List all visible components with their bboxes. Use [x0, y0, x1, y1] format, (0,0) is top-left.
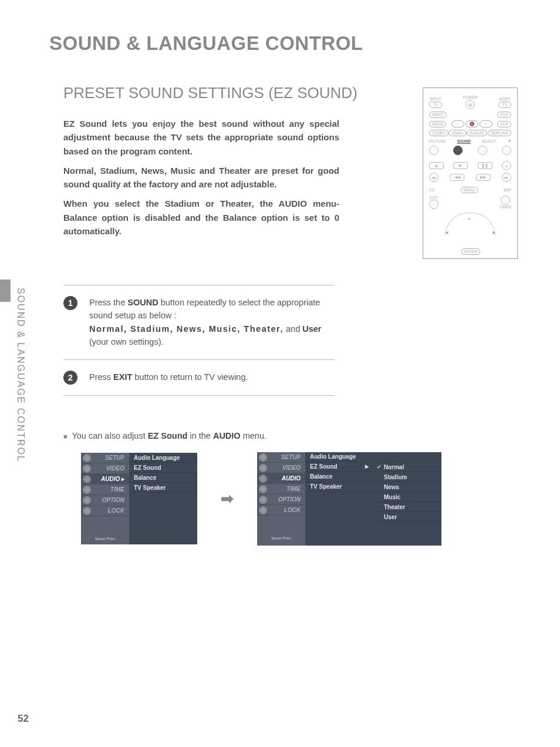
panel2-item-ez-sound[interactable]: EZ Sound▶: [305, 462, 373, 472]
pause-button[interactable]: ❚❚: [478, 162, 492, 169]
step-1: 1 Press the SOUND button repeatedly to s…: [63, 285, 335, 360]
remote-label-adjust: ADJUST: [482, 139, 497, 143]
intro-p3: When you select the Stadium or Theater, …: [63, 197, 339, 238]
page-number: 52: [18, 713, 29, 725]
intro-p1: EZ Sound lets you enjoy the best sound w…: [63, 117, 339, 158]
rew-button[interactable]: ◀◀: [450, 174, 464, 181]
step-1-body: Press the SOUND button repeatedly to sel…: [89, 296, 335, 349]
submenu-music[interactable]: Music: [373, 492, 441, 502]
ez-sound-submenu: Normal Stadium News Music Theater User: [373, 452, 441, 546]
remote-label-cc: CC: [429, 188, 434, 192]
submenu-filler: [373, 522, 441, 546]
play-button[interactable]: ▶: [453, 162, 468, 169]
osd-menu-tabs: SETUP VIDEO AUDIO ▸ TIME OPTION LOCK Mov…: [81, 453, 129, 544]
tab2-lock[interactable]: LOCK: [257, 505, 305, 516]
sound-button[interactable]: [453, 146, 463, 155]
star-button[interactable]: [502, 146, 511, 155]
remote-label-timer: TIMER: [500, 205, 511, 209]
hdmi1-button[interactable]: HDMI1: [448, 130, 466, 136]
picture-button[interactable]: [429, 146, 438, 155]
submenu-theater[interactable]: Theater: [373, 502, 441, 512]
intro-p2: Normal, Stadium, News, Music and Theater…: [63, 164, 339, 191]
tab2-option[interactable]: OPTION: [257, 494, 305, 505]
step-number-1: 1: [63, 296, 77, 310]
nav-left-icon[interactable]: ◀: [445, 230, 448, 235]
submenu-news[interactable]: News: [373, 482, 441, 492]
tab-video[interactable]: VIDEO: [81, 463, 129, 474]
panel-item-balance[interactable]: Balance: [129, 473, 197, 483]
submenu-stadium[interactable]: Stadium: [373, 472, 441, 482]
rgbpc-button[interactable]: RGB-PC: [467, 130, 487, 136]
submenu-spacer: [373, 452, 441, 462]
panel2-item-audio-language[interactable]: Audio Language: [305, 452, 373, 462]
record-button[interactable]: ●: [502, 161, 511, 170]
remote-nav-pad: ▲ ◀ ▶ ENTER: [444, 213, 497, 254]
remote-label-exit: EXIT: [430, 196, 438, 200]
menu-illustrations: SETUP VIDEO AUDIO ▸ TIME OPTION LOCK Mov…: [81, 452, 560, 546]
arrow-right-icon: ➡: [221, 490, 234, 508]
remote-label-picture: PICTURE: [429, 139, 446, 143]
tab-setup[interactable]: SETUP: [81, 453, 129, 463]
panel-item-tv-speaker[interactable]: TV Speaker: [129, 483, 197, 493]
remote-label-input: INPUT: [430, 97, 441, 101]
stop-button[interactable]: ■: [429, 162, 444, 169]
prev-button[interactable]: ⏮: [429, 173, 438, 182]
input-tv-button[interactable]: TV: [429, 102, 442, 108]
vol-up-button[interactable]: +: [480, 120, 492, 127]
step-2-body: Press EXIT button to return to TV viewin…: [89, 371, 248, 385]
next-button[interactable]: ⏭: [502, 173, 511, 182]
submenu-user[interactable]: User: [373, 512, 441, 522]
tab-time[interactable]: TIME: [81, 484, 129, 495]
remote-label-mode: MODE: [499, 97, 511, 101]
tab-audio[interactable]: AUDIO ▸: [81, 474, 129, 484]
osd-menu-after: SETUP VIDEO AUDIO TIME OPTION LOCK Move …: [257, 452, 441, 546]
osd-audio-panel-2: Audio Language EZ Sound▶ Balance TV Spea…: [305, 452, 373, 546]
sidebar-tab-marker: [0, 280, 11, 302]
panel-item-ez-sound[interactable]: EZ Sound: [129, 463, 197, 473]
remote-label-sap: SAP: [504, 188, 511, 192]
tab-option[interactable]: OPTION: [81, 495, 129, 506]
remote-illustration: INPUT TV POWER ⏻ MODE TV INPUT DVD RATIO…: [423, 88, 518, 259]
comp1-button[interactable]: COMP1: [429, 130, 448, 136]
menu-button[interactable]: MENU: [461, 187, 478, 193]
step-2: 2 Press EXIT button to return to TV view…: [63, 360, 335, 396]
intro-text: EZ Sound lets you enjoy the best sound w…: [63, 117, 339, 238]
nav-right-icon[interactable]: ▶: [492, 230, 495, 235]
submenu-normal[interactable]: Normal: [373, 462, 441, 472]
osd-menu-tabs-2: SETUP VIDEO AUDIO TIME OPTION LOCK Move …: [257, 452, 305, 546]
sidebar-label: SOUND & LANGUAGE CONTROL: [15, 288, 26, 462]
input-button[interactable]: INPUT: [429, 112, 447, 118]
ff-button[interactable]: ▶▶: [476, 174, 491, 181]
remote-label-power: POWER: [463, 95, 478, 99]
simplink-button[interactable]: SIMPLINK: [488, 130, 511, 136]
osd-menu-before: SETUP VIDEO AUDIO ▸ TIME OPTION LOCK Mov…: [81, 453, 197, 544]
vol-down-button[interactable]: −: [451, 120, 464, 127]
remote-label-sound: SOUND: [457, 139, 470, 143]
tab2-video[interactable]: VIDEO: [257, 463, 305, 473]
power-button[interactable]: ⏻: [465, 100, 475, 109]
adjust-button[interactable]: [478, 146, 487, 155]
osd-footer-2: Move Prev: [257, 516, 305, 540]
vcr-button[interactable]: VCR: [497, 121, 511, 127]
dvd-button[interactable]: DVD: [497, 112, 511, 118]
timer-button[interactable]: [501, 196, 510, 205]
note-line: ■ You can also adjust EZ Sound in the AU…: [63, 431, 560, 440]
panel2-item-tv-speaker[interactable]: TV Speaker: [305, 482, 373, 492]
mode-tv-button[interactable]: TV: [498, 102, 511, 108]
enter-button[interactable]: ENTER: [461, 248, 480, 255]
note-bullet-icon: ■: [63, 433, 68, 440]
tab2-setup[interactable]: SETUP: [257, 452, 305, 463]
mute-button[interactable]: 🔇: [465, 120, 478, 127]
nav-up-icon[interactable]: ▲: [467, 216, 471, 220]
tab-lock[interactable]: LOCK: [81, 506, 129, 516]
page-title: SOUND & LANGUAGE CONTROL: [0, 0, 560, 55]
chevron-right-icon: ▶: [365, 462, 369, 472]
exit-button[interactable]: [429, 200, 438, 209]
panel2-item-balance[interactable]: Balance: [305, 472, 373, 482]
osd-audio-panel: Audio Language EZ Sound Balance TV Speak…: [129, 453, 197, 544]
remote-label-star: ★: [508, 139, 511, 143]
panel-item-audio-language[interactable]: Audio Language: [129, 453, 197, 463]
ratio-button[interactable]: RATIO: [429, 121, 446, 127]
tab2-time[interactable]: TIME: [257, 484, 305, 494]
tab2-audio[interactable]: AUDIO: [257, 473, 305, 484]
